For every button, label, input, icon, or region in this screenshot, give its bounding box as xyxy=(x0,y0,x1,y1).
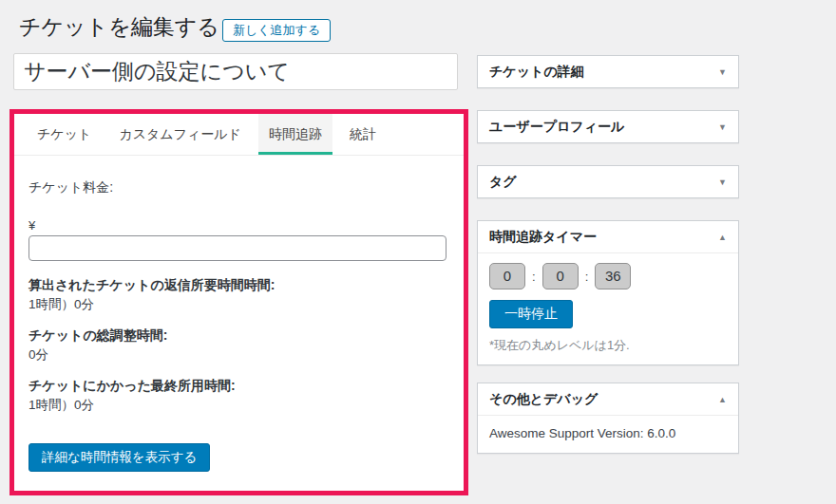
chevron-up-icon[interactable]: ▲ xyxy=(718,395,727,404)
tab-time-tracking[interactable]: 時間追跡 xyxy=(258,114,332,155)
final-time-spent-field: チケットにかかった最終所用時間: 1時間）0分 xyxy=(28,377,448,413)
time-tracking-panel-body: チケット料金: ¥ 算出されたチケットの返信所要時間時間: 1時間）0分 チケッ… xyxy=(14,156,464,472)
metabox-misc-header[interactable]: その他とデバッグ ▲ xyxy=(478,383,738,416)
show-detailed-time-button[interactable]: 詳細な時間情報を表示する xyxy=(28,443,210,472)
plugin-version-text: Awesome Support Version: 6.0.0 xyxy=(478,416,738,451)
metabox-title: チケットの詳細 xyxy=(489,64,584,81)
calculated-reply-time-field: 算出されたチケットの返信所要時間時間: 1時間）0分 xyxy=(28,276,448,312)
timer-seconds-box: 36 xyxy=(595,263,631,289)
field-value: 0分 xyxy=(28,346,448,363)
add-new-ticket-button[interactable]: 新しく追加する xyxy=(222,19,331,42)
metabox-title: 時間追跡タイマー xyxy=(489,229,597,246)
metabox-misc-debug: その他とデバッグ ▲ Awesome Support Version: 6.0.… xyxy=(477,383,739,454)
editor-tab-bar: チケット カスタムフィールド 時間追跡 統計 xyxy=(14,114,464,156)
chevron-down-icon[interactable]: ▼ xyxy=(718,67,727,77)
metabox-title: その他とデバッグ xyxy=(489,391,598,408)
field-label: チケットにかかった最終所用時間: xyxy=(28,377,448,395)
metabox-user-profile: ユーザープロフィール ▼ xyxy=(477,110,739,143)
ticket-cost-label: チケット料金: xyxy=(28,179,448,196)
total-adjustment-time-field: チケットの総調整時間: 0分 xyxy=(28,327,448,363)
timer-hours-box: 0 xyxy=(489,263,525,289)
pause-timer-button[interactable]: 一時停止 xyxy=(489,300,573,328)
metabox-title: タグ xyxy=(489,174,517,191)
currency-symbol: ¥ xyxy=(28,218,448,233)
metabox-ticket-details-header[interactable]: チケットの詳細 ▼ xyxy=(478,56,738,88)
metabox-title: ユーザープロフィール xyxy=(489,119,624,136)
metabox-user-profile-header[interactable]: ユーザープロフィール ▼ xyxy=(478,111,738,143)
rounding-note: *現在の丸めレベルは1分. xyxy=(489,337,727,354)
metabox-ticket-details: チケットの詳細 ▼ xyxy=(477,55,739,88)
ticket-edit-page: チケットを編集する 新しく追加する チケット カスタムフィールド 時間追跡 統計… xyxy=(0,0,836,504)
chevron-down-icon[interactable]: ▼ xyxy=(718,177,727,187)
ticket-title-input[interactable] xyxy=(13,53,458,90)
field-label: 算出されたチケットの返信所要時間時間: xyxy=(28,276,448,294)
ticket-cost-input[interactable] xyxy=(28,235,446,261)
chevron-down-icon[interactable]: ▼ xyxy=(718,122,727,132)
metabox-time-tracking-timer: 時間追跡タイマー ▲ 0 : 0 : 36 一時停止 *現在の丸めレベルは1分. xyxy=(477,220,739,365)
metabox-timer-header[interactable]: 時間追跡タイマー ▲ xyxy=(478,221,738,253)
field-value: 1時間）0分 xyxy=(28,296,448,312)
field-label: チケットの総調整時間: xyxy=(28,327,448,345)
field-value: 1時間）0分 xyxy=(28,397,448,413)
timer-body: 0 : 0 : 36 一時停止 *現在の丸めレベルは1分. xyxy=(478,253,738,354)
tab-ticket[interactable]: チケット xyxy=(27,114,102,155)
page-title: チケットを編集する xyxy=(19,12,219,41)
tab-custom-fields[interactable]: カスタムフィールド xyxy=(108,114,252,155)
tab-statistics[interactable]: 統計 xyxy=(339,114,387,155)
metabox-tags-header[interactable]: タグ ▼ xyxy=(478,166,738,198)
metabox-tags: タグ ▼ xyxy=(477,165,739,198)
time-tracking-panel-highlighted: チケット カスタムフィールド 時間追跡 統計 チケット料金: ¥ 算出されたチケ… xyxy=(10,109,468,495)
timer-minutes-box: 0 xyxy=(542,263,579,289)
timer-display: 0 : 0 : 36 xyxy=(489,263,727,289)
timer-separator: : xyxy=(585,270,589,284)
chevron-up-icon[interactable]: ▲ xyxy=(718,233,727,242)
timer-separator: : xyxy=(532,270,536,284)
